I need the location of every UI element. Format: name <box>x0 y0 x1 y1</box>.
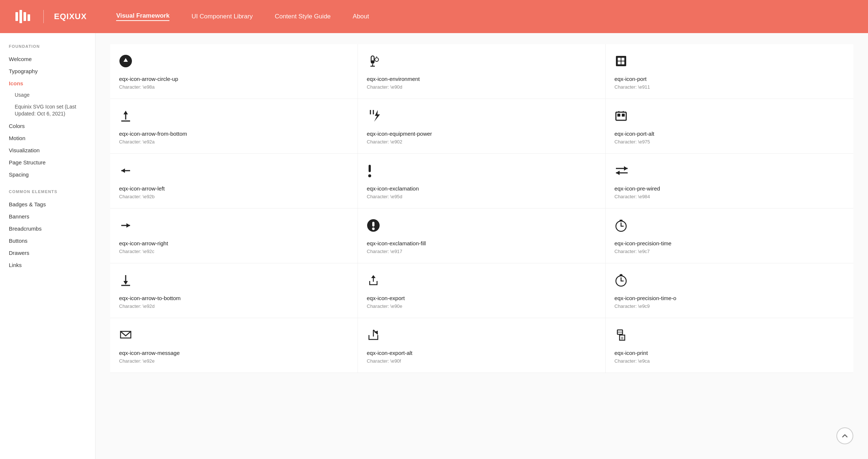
nav-ui-component-library[interactable]: UI Component Library <box>191 13 252 20</box>
pre-wired-icon <box>614 164 844 180</box>
sidebar-item-colors[interactable]: Colors <box>9 120 86 132</box>
arrow-message-icon <box>119 328 349 345</box>
equipment-power-icon <box>367 109 596 125</box>
svg-rect-12 <box>616 56 626 66</box>
icon-char: Character: \e92e <box>119 358 349 364</box>
svg-rect-15 <box>618 61 621 64</box>
icon-char: Character: \e95d <box>367 194 596 199</box>
icon-cell-environment: eqx-icon-environment Character: \e90d <box>358 44 606 99</box>
icon-cell-export: eqx-icon-export Character: \e90e <box>358 263 606 318</box>
sidebar-item-spacing[interactable]: Spacing <box>9 168 86 181</box>
icon-name: eqx-icon-exclamation-fill <box>367 240 596 246</box>
sidebar-section-common: COMMON ELEMENTS <box>9 189 86 194</box>
main-content: eqx-icon-arrow-circle-up Character: \e98… <box>96 33 868 459</box>
icon-name: eqx-icon-export-alt <box>367 350 596 356</box>
sidebar-item-banners[interactable]: Banners <box>9 210 86 223</box>
sidebar-item-page-structure[interactable]: Page Structure <box>9 156 86 168</box>
svg-marker-18 <box>123 111 128 114</box>
icon-name: eqx-icon-environment <box>367 76 596 82</box>
icon-cell-equipment-power: eqx-icon-equipment-power Character: \e90… <box>358 99 606 154</box>
sidebar-item-icons[interactable]: Icons <box>9 77 86 89</box>
sidebar: FOUNDATION Welcome Typography Icons Usag… <box>0 33 96 459</box>
icon-cell-precision-time: eqx-icon-precision-time Character: \e9c7 <box>606 209 853 263</box>
sidebar-item-icon-set[interactable]: Equinix SVG Icon set (Last Updated: Oct … <box>9 101 86 120</box>
exclamation-icon <box>367 164 596 180</box>
icon-name: eqx-icon-arrow-circle-up <box>119 76 349 82</box>
arrow-from-bottom-icon <box>119 109 349 125</box>
sidebar-item-badges[interactable]: Badges & Tags <box>9 198 86 210</box>
svg-rect-14 <box>621 58 624 61</box>
nav-visual-framework[interactable]: Visual Framework <box>116 12 169 21</box>
icon-char: Character: \e9ca <box>614 358 844 364</box>
exclamation-fill-icon <box>367 219 596 235</box>
environment-icon <box>367 54 596 71</box>
svg-rect-3 <box>28 14 30 21</box>
sidebar-section-foundation: FOUNDATION <box>9 44 86 49</box>
export-icon <box>367 274 596 290</box>
icon-char: Character: \e975 <box>614 139 844 145</box>
icon-name: eqx-icon-arrow-left <box>119 185 349 192</box>
logo: EQIXUX <box>15 9 87 24</box>
icon-char: Character: \e90e <box>367 303 596 309</box>
icon-char: Character: \e90d <box>367 84 596 90</box>
icon-name: eqx-icon-arrow-message <box>119 350 349 356</box>
svg-rect-0 <box>15 12 18 21</box>
icon-cell-print: eqx-icon-print Character: \e9ca <box>606 318 853 373</box>
arrow-circle-up-icon <box>119 54 349 71</box>
svg-rect-24 <box>617 114 620 117</box>
precision-time-icon <box>614 219 844 235</box>
icon-cell-arrow-circle-up: eqx-icon-arrow-circle-up Character: \e98… <box>110 44 358 99</box>
sidebar-item-typography[interactable]: Typography <box>9 65 86 77</box>
icon-name: eqx-icon-arrow-to-bottom <box>119 295 349 301</box>
header: EQIXUX Visual Framework UI Component Lib… <box>0 0 868 33</box>
sidebar-item-buttons[interactable]: Buttons <box>9 235 86 247</box>
arrow-to-bottom-icon <box>119 274 349 290</box>
icon-cell-arrow-right: eqx-icon-arrow-right Character: \e92c <box>110 209 358 263</box>
icon-name: eqx-icon-pre-wired <box>614 185 844 192</box>
sidebar-item-welcome[interactable]: Welcome <box>9 53 86 65</box>
port-icon <box>614 54 844 71</box>
sidebar-item-breadcrumbs[interactable]: Breadcrumbs <box>9 223 86 235</box>
icon-grid: eqx-icon-arrow-circle-up Character: \e98… <box>110 44 853 373</box>
sidebar-item-usage[interactable]: Usage <box>9 89 86 101</box>
arrow-left-icon <box>119 164 349 180</box>
svg-rect-2 <box>24 12 26 21</box>
icon-name: eqx-icon-arrow-right <box>119 240 349 246</box>
icon-name: eqx-icon-arrow-from-bottom <box>119 131 349 137</box>
svg-marker-35 <box>616 171 620 175</box>
sidebar-item-motion[interactable]: Motion <box>9 132 86 144</box>
scroll-top-button[interactable] <box>836 427 853 444</box>
svg-point-7 <box>371 60 374 63</box>
icon-cell-port-alt: eqx-icon-port-alt Character: \e975 <box>606 99 853 154</box>
svg-point-40 <box>372 228 375 230</box>
sidebar-item-visualization[interactable]: Visualization <box>9 144 86 156</box>
icon-cell-arrow-message: eqx-icon-arrow-message Character: \e92e <box>110 318 358 373</box>
icon-char: Character: \e917 <box>367 249 596 254</box>
icon-char: Character: \e98a <box>119 84 349 90</box>
icon-char: Character: \e9c7 <box>614 249 844 254</box>
icon-cell-port: eqx-icon-port Character: \e911 <box>606 44 853 99</box>
svg-point-10 <box>375 58 379 61</box>
svg-rect-39 <box>372 222 374 227</box>
icon-name: eqx-icon-precision-time <box>614 240 844 246</box>
logo-text: EQIXUX <box>54 12 87 21</box>
logo-icon <box>15 9 33 24</box>
icon-char: Character: \e90f <box>367 358 596 364</box>
icon-char: Character: \e92a <box>119 139 349 145</box>
icon-cell-precision-time-o: eqx-icon-precision-time-o Character: \e9… <box>606 263 853 318</box>
nav-about[interactable]: About <box>353 13 369 20</box>
export-alt-icon <box>367 328 596 345</box>
icon-cell-exclamation-fill: eqx-icon-exclamation-fill Character: \e9… <box>358 209 606 263</box>
svg-marker-50 <box>371 275 376 278</box>
svg-rect-1 <box>19 10 22 23</box>
sidebar-item-drawers[interactable]: Drawers <box>9 247 86 259</box>
svg-marker-47 <box>123 281 128 285</box>
nav-content-style-guide[interactable]: Content Style Guide <box>275 13 331 20</box>
icon-name: eqx-icon-exclamation <box>367 185 596 192</box>
precision-time-o-icon <box>614 274 844 290</box>
icon-cell-arrow-left: eqx-icon-arrow-left Character: \e92b <box>110 154 358 209</box>
icon-name: eqx-icon-print <box>614 350 844 356</box>
svg-marker-37 <box>126 223 130 228</box>
sidebar-item-links[interactable]: Links <box>9 259 86 271</box>
icon-char: Character: \e984 <box>614 194 844 199</box>
